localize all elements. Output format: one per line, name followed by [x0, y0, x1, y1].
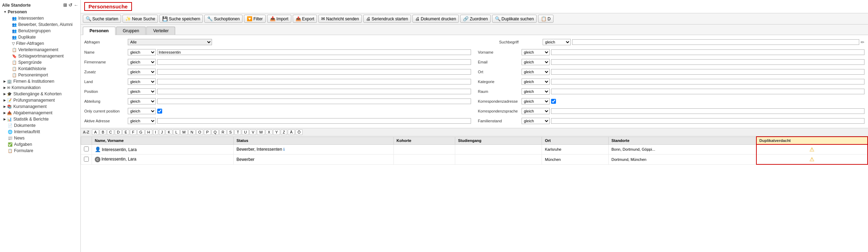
sidebar-item-14[interactable]: ▶📝Prüfungsmanagement [0, 97, 80, 103]
form-input-right-7[interactable] [551, 118, 865, 124]
form-op-right-3[interactable]: gleich [522, 79, 550, 85]
form-input-right-1[interactable] [551, 59, 865, 65]
sidebar-item-2[interactable]: 👥Bewerber, Studenten, Alumni [0, 21, 80, 28]
toolbar-btn-5[interactable]: 📥Import [267, 15, 291, 23]
toolbar-btn-9[interactable]: 🖨Dokument drucken [412, 15, 459, 23]
form-input-right-4[interactable] [551, 89, 865, 94]
alpha-btn-E[interactable]: E [122, 129, 129, 135]
tab-verteiler[interactable]: Verteiler [146, 27, 175, 35]
toolbar-btn-6[interactable]: 📤Export [293, 15, 317, 23]
form-input-right-3[interactable] [551, 79, 865, 84]
sidebar-item-19[interactable]: 🌐Internetauftritt [0, 129, 80, 135]
alpha-btn-N[interactable]: N [188, 129, 196, 135]
row-duplikat-1[interactable]: ⚠ [756, 155, 868, 165]
sidebar-item-0[interactable]: ▼Personen [0, 9, 80, 15]
alpha-btn-X[interactable]: X [266, 129, 272, 135]
abfragen-select[interactable]: Alle [128, 39, 212, 45]
form-op-right-5[interactable]: gleich [522, 98, 550, 104]
sidebar-item-16[interactable]: ▶📥Abgabemanagement [0, 110, 80, 116]
alpha-btn-J[interactable]: J [159, 129, 165, 135]
alpha-btn-H[interactable]: H [145, 129, 152, 135]
form-input-right-6[interactable] [551, 108, 865, 114]
form-op-left-0[interactable]: gleich [128, 49, 156, 55]
alpha-btn-Ö[interactable]: Ö [296, 129, 303, 135]
alpha-btn-M[interactable]: M [180, 129, 188, 135]
form-op-left-3[interactable]: gleich [128, 79, 156, 85]
back-icon[interactable]: ← [74, 2, 78, 8]
toolbar-btn-4[interactable]: 🔽Filter [244, 15, 266, 23]
person-name-0[interactable]: Interessentin, Lara [102, 147, 137, 152]
form-input-left-2[interactable] [157, 69, 471, 75]
form-checkbox-right-5[interactable] [551, 99, 556, 104]
sidebar-item-18[interactable]: 📄Dokumente [0, 122, 80, 129]
alpha-btn-A[interactable]: A [92, 129, 99, 135]
form-input-left-3[interactable] [157, 79, 471, 84]
toolbar-btn-3[interactable]: 🔧Suchoptionen [204, 15, 242, 23]
row-checkbox-0[interactable] [81, 144, 92, 155]
checkbox-input-0[interactable] [84, 147, 89, 151]
alpha-btn-Ä[interactable]: Ä [288, 129, 294, 135]
sidebar-item-4[interactable]: 👥Duplikate [0, 34, 80, 40]
form-op-left-7[interactable]: gleich [128, 118, 156, 124]
sidebar-item-8[interactable]: 📋Sperrgründe [0, 59, 80, 66]
sidebar-item-10[interactable]: 📋Personenimport [0, 72, 80, 78]
toolbar-btn-7[interactable]: ✉Nachricht senden [318, 15, 362, 23]
toolbar-btn-1[interactable]: ✨Neue Suche [122, 15, 158, 23]
tab-personen[interactable]: Personen [83, 27, 115, 35]
form-input-left-5[interactable] [157, 98, 471, 104]
alpha-btn-S[interactable]: S [227, 129, 234, 135]
sidebar-item-3[interactable]: 👥Benutzergruppen [0, 28, 80, 34]
sidebar-item-22[interactable]: 📋Formulare [0, 148, 80, 154]
sidebar-item-12[interactable]: ▶✉Kommunikation [0, 84, 80, 91]
results-container[interactable]: Name, VornameStatusKohorteStudiengangOrt… [81, 136, 868, 252]
alpha-btn-D[interactable]: D [115, 129, 122, 135]
alpha-btn-I[interactable]: I [153, 129, 158, 135]
alpha-btn-Z[interactable]: Z [281, 129, 287, 135]
row-duplikat-0[interactable]: ⚠ [756, 144, 868, 155]
form-input-left-7[interactable] [157, 118, 471, 124]
alpha-btn-P[interactable]: P [204, 129, 211, 135]
alpha-btn-L[interactable]: L [173, 129, 179, 135]
table-row-0[interactable]: 👤Interessentin, LaraBewerber, Interessen… [81, 144, 868, 155]
sidebar-item-9[interactable]: 📋Kontakthistorie [0, 66, 80, 72]
sidebar-all-locations[interactable]: Alle Standorte [2, 3, 31, 8]
sidebar-item-20[interactable]: 📰News [0, 135, 80, 141]
alpha-btn-C[interactable]: C [107, 129, 114, 135]
form-input-right-2[interactable] [551, 69, 865, 75]
suchbegriff-input[interactable] [572, 39, 859, 45]
toolbar-btn-2[interactable]: 💾Suche speichern [159, 15, 203, 23]
sidebar-item-6[interactable]: 📋Verteilermanagement [0, 47, 80, 53]
toolbar-btn-10[interactable]: 🔗Zuordnen [460, 15, 490, 23]
suchbegriff-operator-select[interactable]: gleich [543, 39, 571, 45]
form-input-right-0[interactable] [551, 49, 865, 55]
checkbox-input-1[interactable] [84, 157, 89, 162]
sidebar-item-11[interactable]: ▶🏢Firmen & Institutionen [0, 78, 80, 84]
alpha-btn-F[interactable]: F [130, 129, 137, 135]
sidebar-item-1[interactable]: 👥Interessenten [0, 15, 80, 21]
form-op-left-1[interactable]: gleich [128, 59, 156, 65]
alpha-btn-O[interactable]: O [196, 129, 204, 135]
form-checkbox-left-6[interactable] [157, 109, 162, 114]
alpha-btn-Q[interactable]: Q [212, 129, 219, 135]
form-op-right-1[interactable]: gleich [522, 59, 550, 65]
table-row-1[interactable]: CInteressentin, LaraBewerberMünchenDortm… [81, 155, 868, 165]
toolbar-btn-11[interactable]: 🔍Duplikate suchen [492, 15, 537, 23]
form-op-right-4[interactable]: gleich [522, 88, 550, 95]
form-op-right-7[interactable]: gleich [522, 118, 550, 124]
form-input-left-4[interactable] [157, 89, 471, 94]
alpha-btn-V[interactable]: V [250, 129, 256, 135]
sidebar-item-5[interactable]: ▽Filter-Abfragen [0, 40, 80, 47]
sidebar-item-15[interactable]: ▶📚Kursmanagement [0, 103, 80, 110]
form-op-right-6[interactable]: gleich [522, 108, 550, 114]
sidebar-item-7[interactable]: 🔖Schlagwortmanagement [0, 53, 80, 59]
person-name-1[interactable]: Interessentin, Lara [101, 157, 136, 162]
sidebar-item-17[interactable]: ▶📊Statistik & Berichte [0, 116, 80, 122]
edit-icon[interactable]: ✏ [861, 40, 864, 45]
tab-gruppen[interactable]: Gruppen [116, 27, 146, 35]
alpha-btn-W[interactable]: W [257, 129, 265, 135]
form-input-left-1[interactable] [157, 59, 471, 65]
sidebar-item-13[interactable]: ▶🎓Studiengänge & Kohorten [0, 91, 80, 97]
form-op-right-0[interactable]: gleich [522, 49, 550, 55]
row-checkbox-1[interactable] [81, 155, 92, 165]
form-op-right-2[interactable]: gleich [522, 69, 550, 75]
